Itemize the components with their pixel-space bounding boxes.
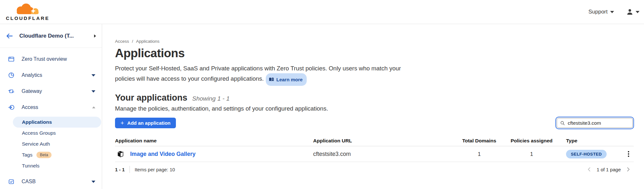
main-content: Access / Applications Applications Prote… <box>102 24 644 189</box>
column-header-total-domains: Total Domains <box>457 138 501 144</box>
sidebar-item-label: Zero Trust overview <box>22 56 95 62</box>
sidebar-item-casb[interactable]: CASB <box>0 174 102 189</box>
sidebar-item-tunnels[interactable]: Tunnels <box>0 160 102 171</box>
cloudflare-wordmark: CLOUDFLARE <box>6 15 49 21</box>
table-header-row: Application name Application URL Total D… <box>115 135 634 146</box>
sidebar-item-label: Access <box>22 104 85 110</box>
table-footer: 1 - 1 Items per page: 10 1 of 1 page <box>115 162 634 177</box>
top-header-bar: CLOUDFLARE Support <box>0 0 644 24</box>
application-cube-icon <box>116 149 125 158</box>
beta-badge: Beta <box>36 152 52 158</box>
sidebar-item-label: Gateway <box>22 88 84 94</box>
applications-table: Application name Application URL Total D… <box>115 135 634 177</box>
overview-window-icon <box>8 56 14 62</box>
analytics-pie-icon <box>8 72 14 78</box>
chevron-down-icon <box>636 11 639 13</box>
column-header-type: Type <box>562 138 623 144</box>
column-header-policies-assigned: Policies assigned <box>501 138 562 144</box>
casb-check-icon <box>8 178 14 185</box>
search-input[interactable] <box>568 120 629 126</box>
account-switcher[interactable]: Cloudflare Demo (T... <box>0 24 102 48</box>
pagination-range: 1 - 1 <box>115 167 125 172</box>
sidebar-item-gateway[interactable]: Gateway <box>0 83 102 99</box>
sidebar-item-label: Tunnels <box>22 163 40 169</box>
footer-divider <box>130 166 130 173</box>
previous-page-button[interactable] <box>586 166 592 172</box>
next-page-button[interactable] <box>625 166 631 172</box>
search-box[interactable] <box>557 118 633 128</box>
policies-assigned-value: 1 <box>501 151 562 157</box>
breadcrumb-applications[interactable]: Applications <box>136 39 159 44</box>
sidebar-item-label: Tags <box>22 152 33 158</box>
sidebar-item-label: Applications <box>22 119 52 125</box>
sidebar-item-access-groups[interactable]: Access Groups <box>0 128 102 139</box>
sidebar-item-label: CASB <box>22 179 84 184</box>
access-submenu: Applications Access Groups Service Auth … <box>0 117 102 171</box>
breadcrumb-separator: / <box>132 39 133 44</box>
access-login-icon <box>8 104 14 111</box>
type-badge: SELF-HOSTED <box>566 150 607 158</box>
learn-more-button[interactable]: Learn more <box>266 73 307 86</box>
sidebar-item-applications[interactable]: Applications <box>13 117 101 128</box>
toolbar: + Add an application <box>115 118 634 128</box>
sidebar-item-zero-trust-overview[interactable]: Zero Trust overview <box>0 51 102 67</box>
add-application-label: Add an application <box>127 120 170 126</box>
sidebar-item-access[interactable]: Access <box>0 99 102 115</box>
total-domains-value: 1 <box>457 151 501 157</box>
sidebar: Cloudflare Demo (T... Zero Trust overvie… <box>0 24 102 189</box>
application-url: cftestsite3.com <box>313 151 457 158</box>
chevron-right-icon <box>94 34 96 38</box>
back-arrow-icon[interactable] <box>6 33 13 39</box>
items-per-page: Items per page: 10 <box>135 167 175 172</box>
add-application-button[interactable]: + Add an application <box>115 118 176 128</box>
page-description: Protect your Self-Hosted, SaaS and Priva… <box>115 63 407 86</box>
sidebar-item-analytics[interactable]: Analytics <box>0 67 102 83</box>
sidebar-item-service-auth[interactable]: Service Auth <box>0 139 102 149</box>
section-title: Your applications <box>115 93 187 103</box>
sidebar-item-label: Service Auth <box>22 141 50 147</box>
search-icon <box>560 121 565 126</box>
section-description: Manage the policies, authentication, and… <box>115 105 634 112</box>
chevron-down-icon <box>91 74 95 76</box>
sidebar-item-tags[interactable]: Tags Beta <box>0 149 102 160</box>
cloudflare-logo[interactable]: CLOUDFLARE <box>6 3 50 21</box>
chevron-up-icon <box>92 106 95 108</box>
page-description-text: Protect your Self-Hosted, SaaS and Priva… <box>115 65 401 82</box>
column-header-application-name: Application name <box>115 138 313 144</box>
sidebar-item-label: Analytics <box>22 72 84 78</box>
cloudflare-cloud-icon <box>11 3 44 16</box>
page-info: 1 of 1 page <box>597 167 621 172</box>
sidebar-item-label: Access Groups <box>22 130 56 136</box>
page-title: Applications <box>115 47 634 60</box>
plus-icon: + <box>120 120 124 126</box>
showing-count: Showing 1 - 1 <box>192 95 230 102</box>
chevron-left-icon <box>586 166 592 172</box>
row-actions-kebab-menu[interactable] <box>627 150 630 158</box>
breadcrumb: Access / Applications <box>115 39 634 44</box>
column-header-application-url: Application URL <box>313 138 457 144</box>
account-name: Cloudflare Demo (T... <box>19 33 88 39</box>
support-label: Support <box>588 9 608 15</box>
chevron-down-icon <box>610 11 614 13</box>
breadcrumb-access[interactable]: Access <box>115 39 129 44</box>
application-name-link[interactable]: Image and Video Gallery <box>130 151 196 158</box>
user-menu[interactable] <box>626 8 639 15</box>
book-icon <box>269 77 274 82</box>
gateway-icon <box>8 88 14 94</box>
user-icon <box>626 8 633 15</box>
chevron-right-icon <box>625 166 631 172</box>
table-row: Image and Video Gallery cftestsite3.com … <box>115 146 634 162</box>
support-menu[interactable]: Support <box>588 9 614 15</box>
chevron-down-icon <box>91 90 95 93</box>
learn-more-label: Learn more <box>276 75 303 85</box>
chevron-down-icon <box>91 181 95 183</box>
